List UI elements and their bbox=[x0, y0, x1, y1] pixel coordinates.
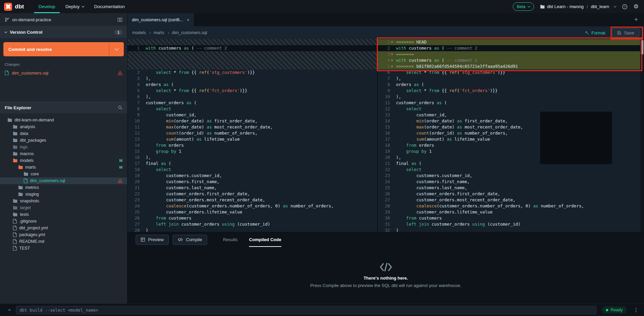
editor-scrollbar[interactable] bbox=[640, 39, 644, 232]
code-line[interactable]: 32) bbox=[378, 227, 644, 232]
dbt-logo[interactable]: dbt bbox=[4, 0, 24, 13]
tree-item-macros[interactable]: macros bbox=[0, 150, 127, 157]
code-line[interactable]: 20 customers.first_name, bbox=[128, 179, 377, 185]
code-line[interactable]: 21 customers.last_name, bbox=[128, 185, 377, 191]
tree-item-dim-customers-sql[interactable]: dim_customers.sql bbox=[0, 177, 127, 184]
tree-item-dbt-packages[interactable]: dbt_packages bbox=[0, 137, 127, 144]
code-line[interactable]: 13 customer_id, bbox=[378, 112, 644, 118]
code-line[interactable]: 8orders as ( bbox=[378, 82, 644, 88]
format-button[interactable]: Format bbox=[585, 30, 605, 35]
tree-item-data[interactable]: data bbox=[0, 130, 127, 137]
close-icon[interactable]: × bbox=[187, 17, 189, 23]
code-line[interactable]: 29 customer_orders.lifetime_value bbox=[378, 209, 644, 215]
code-line[interactable]: 15 max(order_date) as most_recent_order_… bbox=[378, 124, 644, 130]
tree-item-tests[interactable]: tests bbox=[0, 211, 127, 218]
code-line[interactable]: 19 customers.customer_id, bbox=[128, 173, 377, 179]
new-tab-icon[interactable]: + bbox=[628, 13, 644, 26]
beta-badge[interactable]: Beta bbox=[513, 2, 534, 11]
search-icon[interactable] bbox=[118, 105, 122, 110]
tree-item-core[interactable]: core bbox=[0, 171, 127, 177]
code-line[interactable]: 28 coalesce(customer_orders.number_of_or… bbox=[378, 203, 644, 209]
commit-and-resolve-button[interactable]: Commit and resolve bbox=[3, 42, 124, 56]
tree-item-dbt-project-yml[interactable]: dbt_project.yml bbox=[0, 225, 127, 231]
code-line[interactable]: 18 select bbox=[128, 167, 377, 173]
commit-options-button[interactable] bbox=[109, 42, 124, 56]
settings-gear-icon[interactable]: ⚙ bbox=[634, 4, 639, 9]
tree-item-packages-yml[interactable]: packages.yml bbox=[0, 231, 127, 238]
help-icon[interactable]: ? bbox=[622, 4, 627, 9]
branch-selector[interactable]: on-demand-practice bbox=[0, 13, 127, 26]
code-line[interactable]: 6 select * from {{ ref('stg_customers')}… bbox=[378, 69, 644, 76]
account-selector[interactable]: dbt Learn - mwong / dbt_learn bbox=[540, 4, 616, 9]
code-line[interactable]: 10 min(order_date) as first_order_date, bbox=[128, 118, 377, 124]
tree-item--gitignore[interactable]: .gitignore bbox=[0, 218, 127, 225]
code-line[interactable]: 12 count(order_id) as number_of_orders, bbox=[128, 130, 377, 136]
tree-item-target[interactable]: target bbox=[0, 204, 127, 211]
code-line[interactable]: 10), bbox=[378, 94, 644, 100]
diff-pane-left[interactable]: 1with customers as ( -- comment 22 selec… bbox=[128, 39, 378, 232]
preview-button[interactable]: Preview bbox=[136, 235, 169, 245]
code-line[interactable]: 20), bbox=[378, 154, 644, 161]
code-line[interactable]: 19 group by 1 bbox=[378, 148, 644, 154]
breadcrumb-models[interactable]: models bbox=[132, 30, 146, 35]
code-line[interactable]: 9 select * from {{ ref('fct_orders')}} bbox=[378, 88, 644, 94]
code-line[interactable]: 30 from customers bbox=[378, 215, 644, 221]
code-line[interactable]: 16), bbox=[128, 154, 377, 161]
code-line[interactable]: 1+<<<<<<< HEAD bbox=[378, 39, 644, 45]
code-line[interactable]: 3), bbox=[128, 76, 377, 82]
tab-dim-customers[interactable]: dim_customers.sql (confli... × bbox=[128, 13, 194, 26]
tab-results[interactable]: Results bbox=[217, 232, 243, 247]
tree-item-snapshots[interactable]: snapshots bbox=[0, 198, 127, 204]
save-button[interactable]: Save bbox=[612, 28, 639, 37]
code-line[interactable]: 11customer_orders as ( bbox=[378, 100, 644, 106]
code-line[interactable]: 26 from customers bbox=[128, 215, 377, 221]
compile-button[interactable]: Compile bbox=[173, 235, 207, 245]
version-control-header[interactable]: Version Control 1 bbox=[0, 26, 127, 38]
code-line[interactable]: 1with customers as ( -- comment 2 bbox=[128, 45, 377, 51]
breadcrumb-marts[interactable]: marts bbox=[153, 30, 164, 35]
file-explorer-header[interactable]: File Explorer bbox=[0, 102, 127, 113]
code-line[interactable]: 24 coalesce(customer_orders.number_of_or… bbox=[128, 203, 377, 209]
tree-item-readme-md[interactable]: README.md bbox=[0, 238, 127, 245]
code-line[interactable]: 25 customer_orders.lifetime_value bbox=[128, 209, 377, 215]
code-line[interactable]: 25 customers.last_name, bbox=[378, 185, 644, 191]
tab-compiled-code[interactable]: Compiled Code bbox=[243, 232, 287, 247]
code-line[interactable]: 24 customers.first_name, bbox=[378, 179, 644, 185]
code-line[interactable]: 12 select bbox=[378, 106, 644, 112]
code-line[interactable]: 4orders as ( bbox=[128, 82, 377, 88]
code-line[interactable]: 27 customer_orders.most_recent_order_dat… bbox=[378, 197, 644, 203]
expand-panel-icon[interactable] bbox=[4, 308, 12, 313]
code-line[interactable]: 9 customer_id, bbox=[128, 112, 377, 118]
tree-item-staging[interactable]: staging bbox=[0, 191, 127, 198]
code-line[interactable]: 3+======= bbox=[378, 51, 644, 57]
code-line[interactable]: 23 customers.customer_id, bbox=[378, 173, 644, 179]
diff-pane-right[interactable]: 1+<<<<<<< HEAD2with customers as ( -- co… bbox=[378, 39, 644, 232]
command-input[interactable]: dbt build --select <model_name> bbox=[16, 306, 596, 314]
code-line[interactable]: 22 customer_orders.first_order_date, bbox=[128, 191, 377, 197]
code-line[interactable]: 6), bbox=[128, 94, 377, 100]
kebab-menu-icon[interactable]: ⋮ bbox=[632, 307, 640, 313]
code-line[interactable]: 21final as ( bbox=[378, 161, 644, 167]
nav-documentation[interactable]: Documentation bbox=[90, 0, 129, 13]
code-line[interactable]: 23 customer_orders.most_recent_order_dat… bbox=[128, 197, 377, 203]
code-line[interactable]: 5+>>>>>>> b81f802a66fd544504c65721e3ffaa… bbox=[378, 63, 644, 69]
code-line[interactable]: 27 left join customer_orders using (cust… bbox=[128, 221, 377, 227]
code-line[interactable]: 28) bbox=[128, 227, 377, 232]
code-line[interactable]: 7), bbox=[378, 76, 644, 82]
code-line[interactable]: 13 sum(amount) as lifetime_value bbox=[128, 136, 377, 142]
code-line[interactable]: 14 min(order_date) as first_order_date, bbox=[378, 118, 644, 124]
tree-item-marts[interactable]: martsM bbox=[0, 164, 127, 171]
code-line[interactable]: 31 left join customer_orders using (cust… bbox=[378, 221, 644, 227]
tree-item-test[interactable]: TEST bbox=[0, 245, 127, 252]
code-line[interactable]: 15 group by 1 bbox=[128, 148, 377, 154]
tree-item-analysis[interactable]: analysis bbox=[0, 123, 127, 130]
panel-toggle-icon[interactable] bbox=[117, 17, 122, 22]
nav-deploy[interactable]: Deploy bbox=[61, 0, 88, 13]
code-line[interactable]: 18 from orders bbox=[378, 142, 644, 148]
code-line[interactable]: 2with customers as ( -- comment 2 bbox=[378, 45, 644, 51]
changed-file-row[interactable]: dim_customers.sql bbox=[0, 68, 127, 77]
code-line[interactable]: 4+with customers as ( -- comment 1 bbox=[378, 57, 644, 63]
code-line[interactable]: 22 select bbox=[378, 167, 644, 173]
tree-item-dbt-learn-on-demand[interactable]: dbt-learn-on-demand bbox=[0, 117, 127, 123]
code-line[interactable]: 26 customer_orders.first_order_date, bbox=[378, 191, 644, 197]
